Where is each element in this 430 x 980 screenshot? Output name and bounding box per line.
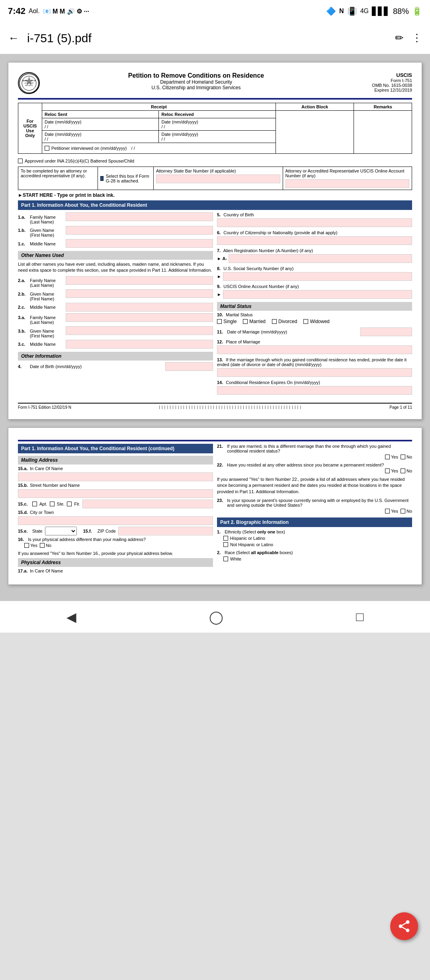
nfc-icon: N	[339, 8, 344, 15]
expires: Expires 12/31/2019	[348, 88, 412, 92]
divorced-checkbox-item: Divorced	[272, 319, 297, 324]
a-number-input[interactable]	[229, 254, 412, 263]
notification-icons: 📧 M M 🔊 ⚙ ···	[43, 8, 89, 15]
not-hispanic-checkbox[interactable]	[223, 542, 228, 547]
time: 7:42	[8, 6, 25, 16]
remarks-cell	[354, 111, 412, 154]
white-checkbox[interactable]	[223, 557, 228, 561]
field-15c-row: 15.c. Apt. Ste. Flr.	[18, 500, 213, 508]
uscis-account-prefix: ►	[217, 292, 221, 297]
edit-button[interactable]: ✏	[395, 32, 404, 44]
field-1b-num: 1.b.	[18, 228, 30, 233]
field-15a-row: 15.a. In Care Of Name	[18, 466, 213, 471]
white-label: White	[230, 557, 241, 561]
uscis-account-input[interactable]	[223, 290, 412, 299]
phys-no-checkbox[interactable]	[40, 543, 45, 548]
citizenship-input[interactable]	[217, 236, 412, 245]
given-name-2b-input[interactable]	[66, 289, 213, 298]
ste-checkbox[interactable]	[50, 502, 55, 506]
g28-cell: Select this box if Form G-28 is attached…	[98, 167, 154, 190]
back-button[interactable]: ←	[8, 32, 19, 45]
phys-diff-label: Is your physical address different than …	[28, 537, 213, 542]
form-header: DEPARTMENT OF HOMELAND SECURITY Petition…	[18, 72, 412, 94]
middle-name-2c-input[interactable]	[66, 303, 213, 312]
divorced-label: Divorced	[278, 319, 297, 324]
q23-no-item: No	[401, 509, 412, 514]
country-birth-input[interactable]	[217, 218, 412, 227]
menu-button[interactable]: ⋮	[412, 32, 422, 44]
carrier: Aol.	[29, 8, 40, 15]
marital-checkboxes: Single Married Divorced Widowed	[217, 319, 412, 324]
apt-number-input[interactable]	[82, 500, 213, 508]
street-number-input[interactable]	[18, 489, 213, 498]
back-nav-button[interactable]: ◀	[66, 610, 76, 625]
hispanic-checkbox[interactable]	[223, 536, 228, 541]
physical-address-header: Physical Address	[18, 558, 213, 567]
in-care-of-input[interactable]	[18, 472, 213, 481]
q21-no-checkbox[interactable]	[401, 455, 405, 459]
form-right-col: 5. Country of Birth 6. Country of Citize…	[217, 212, 412, 398]
given-name-3b-input[interactable]	[66, 326, 213, 335]
middle-name-input[interactable]	[66, 239, 213, 248]
widowed-checkbox[interactable]	[303, 319, 308, 324]
q22-yes-checkbox[interactable]	[385, 468, 390, 473]
recents-nav-button[interactable]: □	[356, 610, 364, 624]
dob-input[interactable]	[165, 362, 213, 371]
hispanic-row: Hispanic or Latino	[223, 536, 412, 541]
apt-checkbox[interactable]	[32, 502, 37, 506]
approved-checkbox[interactable]	[18, 159, 23, 163]
zip-input[interactable]	[118, 527, 213, 535]
field-23-row: 23. Is your spouse or parent's spouse cu…	[217, 498, 412, 514]
g28-checkbox[interactable]	[100, 176, 104, 181]
field-6-row: 6. Country of Citizenship or Nationality…	[217, 230, 412, 245]
white-row: White	[223, 557, 412, 561]
date-marriage-input[interactable]	[360, 327, 412, 336]
family-name-3a-input[interactable]	[66, 313, 213, 322]
place-marriage-input[interactable]	[217, 345, 412, 354]
city-input[interactable]	[18, 516, 213, 525]
q23-no-checkbox[interactable]	[401, 509, 405, 514]
city-label: City or Town	[30, 510, 54, 515]
conditional-residence-input[interactable]	[217, 386, 412, 395]
middle-name-3c-input[interactable]	[66, 340, 213, 349]
field-3a-row: 3.a. Family Name(Last Name)	[18, 313, 213, 325]
attorney-account-input[interactable]	[285, 179, 410, 188]
field-1c-name: Middle Name	[30, 241, 66, 246]
field-22-row: 22. Have you resided at any other addres…	[217, 463, 412, 473]
family-name-2a-input[interactable]	[66, 276, 213, 285]
vibrate-icon: 📳	[347, 6, 357, 16]
field-17a-row: 17.a. In Care Of Name	[18, 568, 213, 573]
divorced-checkbox[interactable]	[272, 319, 277, 324]
state-select[interactable]: ALAKAZCAFLNYTX	[45, 527, 77, 535]
single-checkbox[interactable]	[217, 319, 222, 324]
form-uscis-block: USCIS Form I-751 OMB No. 1615-0038 Expir…	[348, 72, 412, 92]
flr-checkbox[interactable]	[67, 502, 72, 506]
field-2c-row: 2.c. Middle Name	[18, 303, 213, 312]
q22-no-checkbox[interactable]	[401, 468, 405, 473]
phys-no-item: No	[40, 543, 51, 548]
ssn-input[interactable]	[223, 272, 412, 281]
q21-yes-checkbox[interactable]	[385, 455, 390, 459]
page2-right-col: 21. If you are married, is this a differ…	[217, 444, 412, 575]
signal-icon: 4G	[360, 8, 369, 15]
action-block-header: Action Block	[276, 103, 354, 111]
marriage-ended-input[interactable]	[217, 368, 412, 377]
remarks-header: Remarks	[354, 103, 412, 111]
state-bar-input[interactable]	[156, 174, 280, 183]
status-bar: 7:42 Aol. 📧 M M 🔊 ⚙ ··· 🔷 N 📳 4G ▋▋▋ 88%…	[0, 0, 430, 22]
q23-yes-checkbox[interactable]	[385, 509, 390, 514]
phys-yes-checkbox[interactable]	[24, 543, 29, 548]
interviewed-checkbox[interactable]	[45, 146, 49, 151]
given-name-input[interactable]	[66, 226, 213, 235]
married-checkbox[interactable]	[243, 319, 248, 324]
home-nav-button[interactable]: ◯	[209, 610, 223, 625]
receipt-header: Receipt	[42, 103, 276, 111]
family-name-input[interactable]	[66, 212, 213, 221]
field-1b-row: 1.b. Given Name (First Name)	[18, 226, 213, 238]
dob-label: Date of Birth (mm/dd/yyyy)	[30, 364, 165, 369]
field-1a-row: 1.a. Family Name (Last Name)	[18, 212, 213, 224]
for-uscis-cell: For USCIS Use Only	[18, 103, 42, 154]
state-bar-cell: Attorney State Bar Number (if applicable…	[154, 167, 283, 190]
pdf-page-2: Part 1. Information About You, the Condi…	[8, 427, 422, 585]
field-11-row: 11. Date of Marriage (mm/dd/yyyy)	[217, 327, 412, 336]
